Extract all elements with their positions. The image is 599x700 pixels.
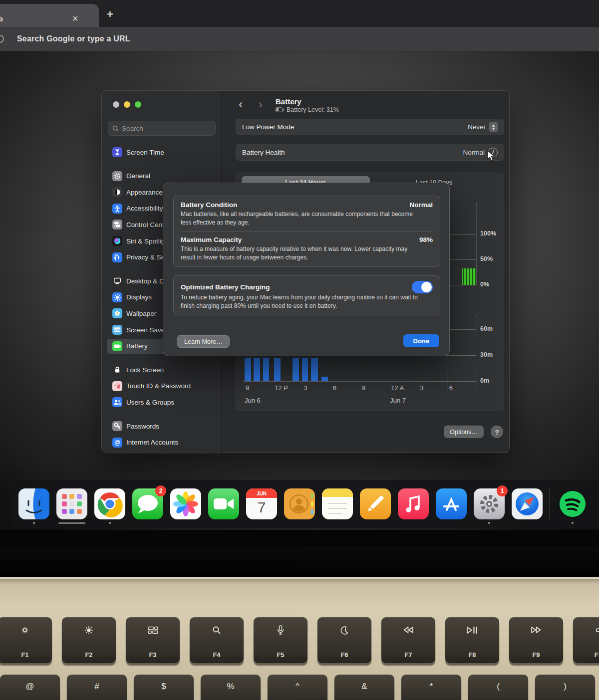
dock-item-messages[interactable]: 2 bbox=[132, 488, 163, 519]
passwords-icon bbox=[112, 421, 122, 431]
sidebar-item-general[interactable]: General bbox=[107, 169, 220, 184]
spotify-icon bbox=[557, 488, 588, 519]
dock-item-chrome[interactable] bbox=[94, 488, 125, 519]
sidebar-search-input[interactable]: Search bbox=[108, 121, 216, 136]
window-close-button[interactable] bbox=[113, 101, 119, 108]
key-symbol-label: ^ bbox=[268, 682, 327, 692]
key-label: F2 bbox=[62, 651, 116, 659]
battery-level-subtitle: Battery Level: 31% bbox=[276, 106, 339, 113]
battery-health-info-icon[interactable]: i bbox=[488, 148, 498, 157]
battery-level-text: Battery Level: 31% bbox=[287, 106, 339, 113]
key-f6[interactable]: F6 bbox=[317, 617, 371, 663]
brightness-down-icon bbox=[0, 624, 52, 635]
key-f10[interactable]: F10 bbox=[573, 617, 599, 663]
sidebar-item-users-groups[interactable]: Users & Groups bbox=[107, 395, 220, 410]
key-symbol-label: @ bbox=[0, 682, 60, 692]
sidebar-item-label: Battery bbox=[126, 342, 148, 350]
sidebar-item-label: Lock Screen bbox=[126, 366, 164, 374]
safari-icon bbox=[512, 488, 543, 519]
key-symbol-5[interactable]: % bbox=[201, 675, 261, 700]
key-f4[interactable]: F4 bbox=[190, 617, 244, 663]
dock-item-app-store[interactable] bbox=[436, 488, 467, 519]
rewind-icon bbox=[381, 624, 435, 635]
notification-badge: 1 bbox=[497, 485, 508, 496]
svg-text:@: @ bbox=[114, 439, 120, 446]
key-symbol-label: ( bbox=[468, 682, 528, 692]
battery-icon bbox=[112, 341, 122, 351]
key-symbol-4[interactable]: $ bbox=[134, 675, 194, 700]
key-symbol-3[interactable]: # bbox=[67, 675, 127, 700]
dock-separator bbox=[550, 488, 550, 519]
mute-icon bbox=[573, 624, 599, 635]
options-button[interactable]: Options… bbox=[444, 426, 484, 438]
browser-active-tab[interactable]: Tab ✕ bbox=[0, 4, 99, 27]
learn-more-button[interactable]: Learn More… bbox=[177, 335, 230, 348]
dock-item-notes[interactable] bbox=[322, 488, 353, 519]
chrome-icon bbox=[94, 488, 125, 519]
sidebar-item-lock-screen[interactable]: Lock Screen bbox=[107, 362, 220, 377]
sidebar-item-label: Screen Time bbox=[126, 149, 164, 156]
optimized-charging-card: Optimized Battery Charging To reduce bat… bbox=[173, 275, 440, 315]
browser-address-bar[interactable]: Search Google or type a URL bbox=[0, 27, 599, 51]
dock-item-facetime[interactable] bbox=[208, 488, 239, 519]
key-f1[interactable]: F1 bbox=[0, 617, 52, 663]
key-symbol-7[interactable]: & bbox=[334, 675, 394, 700]
key-f2[interactable]: F2 bbox=[62, 617, 116, 663]
done-button[interactable]: Done bbox=[403, 334, 440, 347]
dock-item-safari[interactable] bbox=[512, 488, 543, 519]
search-placeholder: Search bbox=[122, 125, 143, 132]
key-symbol-9[interactable]: ( bbox=[468, 675, 528, 700]
dock-item-calendar[interactable]: JUN7 bbox=[246, 488, 277, 519]
sidebar-item-label: Touch ID & Password bbox=[126, 382, 191, 390]
sidebar-item-label: Internet Accounts bbox=[126, 439, 178, 446]
dock-item-spotify[interactable] bbox=[557, 488, 588, 519]
key-symbol-6[interactable]: ^ bbox=[268, 675, 327, 700]
battery-health-row: Battery Health Normal i bbox=[236, 144, 504, 161]
maximum-capacity-value: 98% bbox=[419, 236, 433, 243]
play-pause-icon bbox=[445, 624, 499, 635]
key-f9[interactable]: F9 bbox=[509, 617, 563, 663]
dock-item-pages[interactable] bbox=[360, 488, 391, 519]
key-symbol-10[interactable]: ) bbox=[535, 675, 595, 700]
tab-close-icon[interactable]: ✕ bbox=[72, 14, 78, 23]
sidebar-item-label: Appearance bbox=[126, 189, 163, 196]
help-button[interactable]: ? bbox=[491, 426, 503, 438]
key-f7[interactable]: F7 bbox=[381, 617, 435, 663]
new-tab-button[interactable]: + bbox=[107, 8, 113, 21]
focus-moon-icon bbox=[317, 624, 371, 635]
key-f8[interactable]: F8 bbox=[445, 617, 499, 663]
dock-item-launchpad[interactable] bbox=[56, 488, 87, 519]
displays-icon bbox=[112, 292, 122, 302]
key-symbol-2[interactable]: @ bbox=[0, 675, 60, 700]
sidebar-item-internet-accounts[interactable]: @Internet Accounts bbox=[107, 435, 220, 450]
key-symbol-label: & bbox=[334, 682, 394, 692]
sidebar-item-passwords[interactable]: Passwords bbox=[107, 419, 220, 434]
touch-id-icon bbox=[112, 381, 122, 391]
back-chevron[interactable]: ‹ bbox=[239, 97, 243, 111]
accessibility-icon bbox=[112, 204, 122, 214]
low-power-mode-stepper[interactable]: ▲▼ bbox=[489, 122, 498, 132]
window-minimize-button[interactable] bbox=[124, 101, 130, 108]
key-f3[interactable]: F3 bbox=[126, 617, 180, 663]
key-label: F7 bbox=[381, 651, 435, 659]
key-symbol-8[interactable]: * bbox=[401, 675, 461, 700]
optimized-charging-toggle[interactable] bbox=[412, 281, 433, 293]
system-settings-window: Search Screen TimeGeneralAppearanceAcces… bbox=[101, 90, 510, 453]
low-power-mode-value: Never bbox=[468, 123, 486, 131]
dock-item-finder[interactable] bbox=[18, 488, 49, 519]
forward-chevron[interactable]: › bbox=[259, 97, 263, 111]
dock-item-contacts[interactable] bbox=[284, 488, 315, 519]
screen-time-icon bbox=[112, 147, 122, 157]
maximum-capacity-title: Maximum Capacity bbox=[181, 236, 242, 243]
browser-tab-strip: Tab ✕ + bbox=[0, 0, 599, 27]
sidebar-item-touch-id[interactable]: Touch ID & Password bbox=[107, 379, 220, 394]
battery-condition-card: Battery Condition Normal Mac batteries, … bbox=[173, 196, 440, 267]
address-bar-icon bbox=[0, 35, 4, 43]
window-zoom-button[interactable] bbox=[135, 101, 141, 108]
dock-item-music[interactable] bbox=[398, 488, 429, 519]
key-f5[interactable]: F5 bbox=[254, 617, 307, 663]
dock-item-photos[interactable] bbox=[170, 488, 201, 519]
key-label: F3 bbox=[126, 651, 180, 659]
dock-item-system-settings[interactable]: 1 bbox=[474, 488, 505, 519]
sidebar-item-screen-time[interactable]: Screen Time bbox=[107, 145, 220, 160]
